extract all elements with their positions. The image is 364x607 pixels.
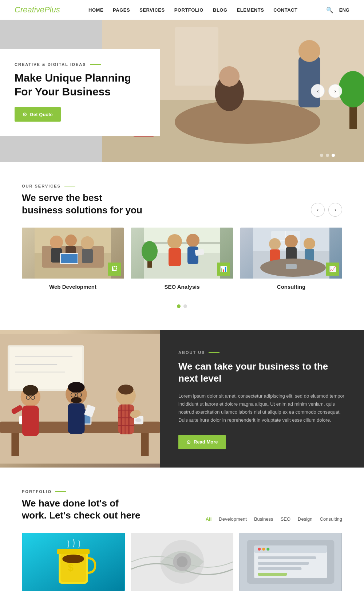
- svg-rect-55: [141, 433, 149, 456]
- nav-elements[interactable]: ELEMENTS: [237, 7, 264, 13]
- circle-outline-icon: ⊙: [186, 439, 191, 445]
- portfolio-title: We have done lot's of work. Let's check …: [22, 497, 141, 522]
- hero-title: Make Unique Planning For Your Business: [15, 71, 146, 98]
- portfolio-card-3[interactable]: [239, 533, 342, 591]
- read-more-button[interactable]: ⊙ Read More: [178, 435, 226, 449]
- services-label: OUR SERVICES: [22, 184, 342, 188]
- svg-rect-20: [82, 249, 93, 263]
- svg-rect-107: [258, 562, 309, 565]
- about-scene-svg: [0, 330, 160, 468]
- hero-dot-3[interactable]: [332, 154, 335, 157]
- service-dot-2[interactable]: [183, 304, 187, 308]
- hero-prev-button[interactable]: ‹: [311, 84, 325, 98]
- nav-links: HOME PAGES SERVICES PORTFOLIO BLOG ELEME…: [88, 7, 297, 13]
- hero-arrows: ‹ ›: [311, 84, 342, 98]
- portfolio-card-2[interactable]: [131, 533, 234, 591]
- logo-bold: Creative: [15, 5, 44, 14]
- svg-rect-25: [144, 242, 220, 244]
- svg-rect-106: [258, 556, 316, 559]
- portfolio-item-3-svg: [239, 533, 342, 591]
- svg-rect-92: [57, 549, 90, 554]
- services-header: We serve the best business solutions for…: [22, 192, 342, 217]
- service-dots: [22, 304, 342, 308]
- nav-pages[interactable]: PAGES: [113, 7, 130, 13]
- hero-dots: [320, 154, 335, 157]
- logo-italic: Plus: [44, 5, 60, 14]
- services-next-button[interactable]: ›: [328, 203, 342, 217]
- hero-content: CREATIVE & DIGITAL IDEAS Make Unique Pla…: [0, 49, 160, 136]
- svg-rect-11: [175, 27, 218, 86]
- service-card-seo[interactable]: 📊 SEO Analysis: [131, 228, 233, 293]
- service-card-web[interactable]: 🖼 Web Development: [22, 228, 124, 293]
- seo-icon: 📊: [217, 263, 230, 276]
- svg-point-71: [71, 397, 82, 403]
- svg-point-28: [186, 234, 199, 247]
- search-icon[interactable]: 🔍: [326, 7, 333, 13]
- svg-point-17: [65, 234, 77, 246]
- portfolio-header: We have done lot's of work. Let's check …: [22, 497, 342, 522]
- language-selector[interactable]: ENG: [339, 7, 349, 13]
- service-card-seo-image: 📊: [131, 228, 233, 279]
- portfolio-card-1[interactable]: $: [22, 533, 125, 591]
- svg-rect-108: [258, 567, 302, 570]
- svg-text:$: $: [68, 562, 74, 573]
- nav-blog[interactable]: BLOG: [213, 7, 228, 13]
- service-dot-1[interactable]: [177, 304, 181, 308]
- services-section: OUR SERVICES We serve the best business …: [0, 162, 364, 330]
- service-card-consulting[interactable]: 📈 Consulting: [240, 228, 342, 293]
- consulting-icon: 📈: [326, 263, 339, 276]
- service-card-web-label: Web Development: [22, 279, 124, 293]
- svg-point-103: [258, 548, 261, 551]
- about-image: [0, 330, 160, 468]
- svg-rect-49: [9, 347, 82, 389]
- about-text: Lorem ipsum dolor sit amet, consectetur …: [178, 392, 346, 424]
- about-label: ABOUT US: [178, 350, 346, 355]
- hero-next-button[interactable]: ›: [328, 84, 342, 98]
- nav-portfolio[interactable]: PORTFOLIO: [174, 7, 203, 13]
- services-title: We serve the best business solutions for…: [22, 192, 142, 217]
- portfolio-filters: All Development Business SEO Design Cons…: [206, 516, 342, 522]
- filter-consulting[interactable]: Consulting: [320, 516, 342, 522]
- hero-dot-1[interactable]: [320, 154, 323, 157]
- svg-point-42: [304, 238, 315, 249]
- svg-point-32: [142, 241, 158, 261]
- about-section: ABOUT US We can take your business to th…: [0, 330, 364, 468]
- nav-services[interactable]: SERVICES: [139, 7, 165, 13]
- about-content: ABOUT US We can take your business to th…: [160, 330, 364, 468]
- filter-business[interactable]: Business: [254, 516, 273, 522]
- svg-rect-54: [11, 433, 19, 456]
- nav-contact[interactable]: CONTACT: [273, 7, 297, 13]
- nav-home[interactable]: HOME: [88, 7, 103, 13]
- svg-point-104: [262, 548, 265, 551]
- svg-point-6: [298, 40, 320, 62]
- svg-point-58: [135, 418, 142, 422]
- filter-all[interactable]: All: [206, 516, 212, 522]
- svg-point-26: [167, 234, 182, 249]
- navbar: CreativePlus HOME PAGES SERVICES PORTFOL…: [0, 0, 364, 20]
- hero-dot-2[interactable]: [326, 154, 329, 157]
- svg-point-98: [177, 556, 187, 567]
- portfolio-section: PORTFOLIO We have done lot's of work. Le…: [0, 468, 364, 602]
- portfolio-label: PORTFOLIO: [22, 489, 342, 494]
- svg-rect-22: [61, 254, 78, 263]
- svg-rect-27: [169, 248, 181, 266]
- hero-label: CREATIVE & DIGITAL IDEAS: [15, 62, 146, 67]
- service-cards: 🖼 Web Development: [22, 228, 342, 293]
- hero-section: CREATIVE & DIGITAL IDEAS Make Unique Pla…: [0, 20, 364, 162]
- svg-point-79: [118, 385, 134, 394]
- svg-point-15: [50, 236, 63, 249]
- web-dev-icon: 🖼: [108, 263, 121, 276]
- svg-point-2: [175, 100, 320, 144]
- about-title: We can take your business to the next le…: [178, 360, 346, 385]
- svg-point-40: [285, 235, 298, 248]
- filter-seo[interactable]: SEO: [281, 516, 290, 522]
- svg-rect-75: [68, 403, 84, 434]
- svg-point-19: [81, 236, 94, 249]
- portfolio-item-2-svg: [131, 533, 234, 591]
- services-prev-button[interactable]: ‹: [311, 203, 325, 217]
- filter-design[interactable]: Design: [298, 516, 312, 522]
- logo[interactable]: CreativePlus: [15, 5, 60, 15]
- filter-development[interactable]: Development: [219, 516, 247, 522]
- get-quote-button[interactable]: ⊙ Get Quote: [15, 107, 61, 122]
- svg-rect-67: [22, 405, 39, 436]
